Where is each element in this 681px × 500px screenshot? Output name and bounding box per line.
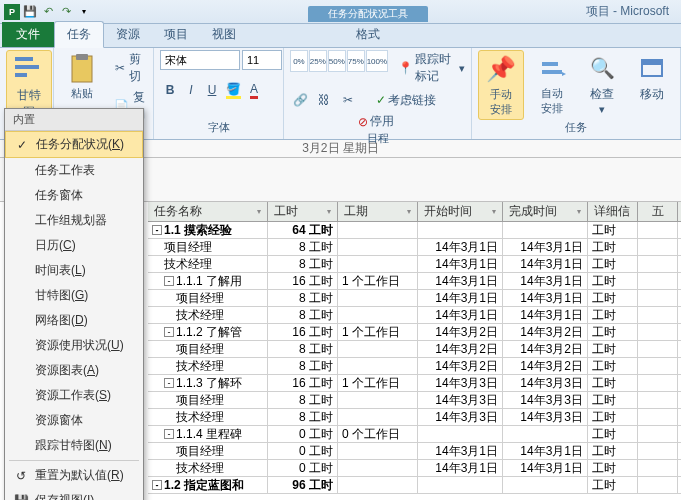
menu-item[interactable]: 资源窗体 [5,408,143,433]
font-size-combo[interactable] [242,50,282,70]
table-row[interactable]: 技术经理8 工时14年3月1日14年3月1日工时 [148,256,681,273]
inspect-button[interactable]: 🔍 检查▾ [580,50,624,118]
menu-item[interactable]: 资源使用状况(U) [5,333,143,358]
bucket-icon: 🪣 [226,82,241,99]
underline-button[interactable]: U [202,80,222,100]
table-row[interactable]: 技术经理8 工时14年3月3日14年3月3日工时 [148,409,681,426]
cell-detail: 工时 [588,341,638,357]
tasks-group-label: 任务 [478,120,674,137]
menu-item[interactable]: ↺重置为默认值(R) [5,463,143,488]
check-icon [11,213,31,229]
col-day[interactable]: 五 [638,202,678,221]
menu-item[interactable]: 任务窗体 [5,183,143,208]
save-icon[interactable]: 💾 [22,4,38,20]
menu-item[interactable]: ✓任务分配状况(K) [5,131,143,158]
cell-detail: 工时 [588,273,638,289]
table-row[interactable]: -1.1.2 了解管16 工时1 个工作日14年3月2日14年3月2日工时 [148,324,681,341]
scissors-icon: ✂ [114,60,125,76]
redo-icon[interactable]: ↷ [58,4,74,20]
table-row[interactable]: 项目经理8 工时14年3月3日14年3月3日工时 [148,392,681,409]
tab-resource[interactable]: 资源 [104,22,152,47]
deactivate-button[interactable]: ⊘停用 [358,112,394,131]
menu-item[interactable]: 工作组规划器 [5,208,143,233]
pct-100-button[interactable]: 100% [366,50,388,72]
table-row[interactable]: 项目经理0 工时14年3月1日14年3月1日工时 [148,443,681,460]
pct-25-button[interactable]: 25% [309,50,327,72]
svg-rect-2 [15,73,27,77]
table-row[interactable]: -1.1.4 里程碑0 工时0 个工作日工时 [148,426,681,443]
track-marker-button[interactable]: 📍跟踪时标记 ▾ [398,50,465,86]
table-row[interactable]: 项目经理8 工时14年3月1日14年3月1日工时 [148,239,681,256]
link-tasks-button[interactable]: 🔗 [290,90,310,110]
cell-task-name: 技术经理 [148,460,268,476]
italic-button[interactable]: I [181,80,201,100]
menu-item[interactable]: 资源工作表(S) [5,383,143,408]
menu-item[interactable]: 网络图(D) [5,308,143,333]
menu-item[interactable]: 💾保存视图(I)... [5,488,143,500]
outline-toggle[interactable]: - [164,327,174,337]
menu-item-label: 时间表(L) [35,262,86,279]
col-details[interactable]: 详细信 [588,202,638,221]
cell-work: 8 工时 [268,256,338,272]
split-task-button[interactable]: ✂ [338,90,358,110]
col-end[interactable]: 完成时间▾ [503,202,588,221]
table-row[interactable]: 技术经理8 工时14年3月2日14年3月2日工时 [148,358,681,375]
pct-75-button[interactable]: 75% [347,50,365,72]
menu-item[interactable]: 甘特图(G) [5,283,143,308]
menu-item[interactable]: 时间表(L) [5,258,143,283]
fill-color-button[interactable]: 🪣 [223,80,243,100]
cell-day [638,324,678,340]
bold-button[interactable]: B [160,80,180,100]
col-task-name[interactable]: 任务名称▾ [148,202,268,221]
pin-icon: 📌 [485,53,517,85]
undo-icon[interactable]: ↶ [40,4,56,20]
cell-detail: 工时 [588,477,638,493]
table-row[interactable]: -1.1.3 了解环16 工时1 个工作日14年3月3日14年3月3日工时 [148,375,681,392]
respect-links-button[interactable]: ✓考虑链接 [376,90,436,110]
menu-item[interactable]: 任务工作表 [5,158,143,183]
table-row[interactable]: -1.1.1 了解用16 工时1 个工作日14年3月1日14年3月1日工时 [148,273,681,290]
menu-item[interactable]: 跟踪甘特图(N) [5,433,143,458]
font-name-combo[interactable] [160,50,240,70]
file-tab[interactable]: 文件 [2,22,54,47]
outline-toggle[interactable]: - [164,429,174,439]
menu-item[interactable]: 资源图表(A) [5,358,143,383]
col-work[interactable]: 工时▾ [268,202,338,221]
col-start[interactable]: 开始时间▾ [418,202,503,221]
cell-duration [338,341,418,357]
pct-0-button[interactable]: 0% [290,50,308,72]
unlink-tasks-button[interactable]: ⛓ [314,90,334,110]
font-color-button[interactable]: A [244,80,264,100]
cell-end: 14年3月2日 [503,324,588,340]
outline-toggle[interactable]: - [164,276,174,286]
task-grid[interactable]: 任务名称▾ 工时▾ 工期▾ 开始时间▾ 完成时间▾ 详细信 五 -1.1 摸索经… [148,202,681,494]
outline-toggle[interactable]: - [152,480,162,490]
qat-dropdown-icon[interactable]: ▾ [76,4,92,20]
col-duration[interactable]: 工期▾ [338,202,418,221]
table-row[interactable]: 项目经理8 工时14年3月2日14年3月2日工时 [148,341,681,358]
svg-rect-6 [542,70,562,74]
tab-format[interactable]: 格式 [344,22,392,47]
auto-schedule-button[interactable]: 自动安排 [530,50,574,118]
menu-section-header: 内置 [5,109,143,131]
pct-50-button[interactable]: 50% [328,50,346,72]
tab-task[interactable]: 任务 [54,21,104,48]
cell-start: 14年3月1日 [418,290,503,306]
table-row[interactable]: -1.2 指定蓝图和96 工时工时 [148,477,681,494]
outline-toggle[interactable]: - [164,378,174,388]
check-icon [11,363,31,379]
cell-work: 0 工时 [268,460,338,476]
tab-project[interactable]: 项目 [152,22,200,47]
outline-toggle[interactable]: - [152,225,162,235]
manual-schedule-button[interactable]: 📌 手动安排 [478,50,524,120]
menu-item[interactable]: 日历(C) [5,233,143,258]
table-row[interactable]: 项目经理8 工时14年3月1日14年3月1日工时 [148,290,681,307]
contextual-tab-label: 任务分配状况工具 [308,6,428,22]
cut-button[interactable]: ✂剪切 [110,50,150,86]
table-row[interactable]: -1.1 摸索经验64 工时工时 [148,222,681,239]
table-row[interactable]: 技术经理8 工时14年3月1日14年3月1日工时 [148,307,681,324]
table-row[interactable]: 技术经理0 工时14年3月1日14年3月1日工时 [148,460,681,477]
paste-button[interactable]: 粘贴 [60,50,104,103]
move-button[interactable]: 移动 [630,50,674,105]
tab-view[interactable]: 视图 [200,22,248,47]
